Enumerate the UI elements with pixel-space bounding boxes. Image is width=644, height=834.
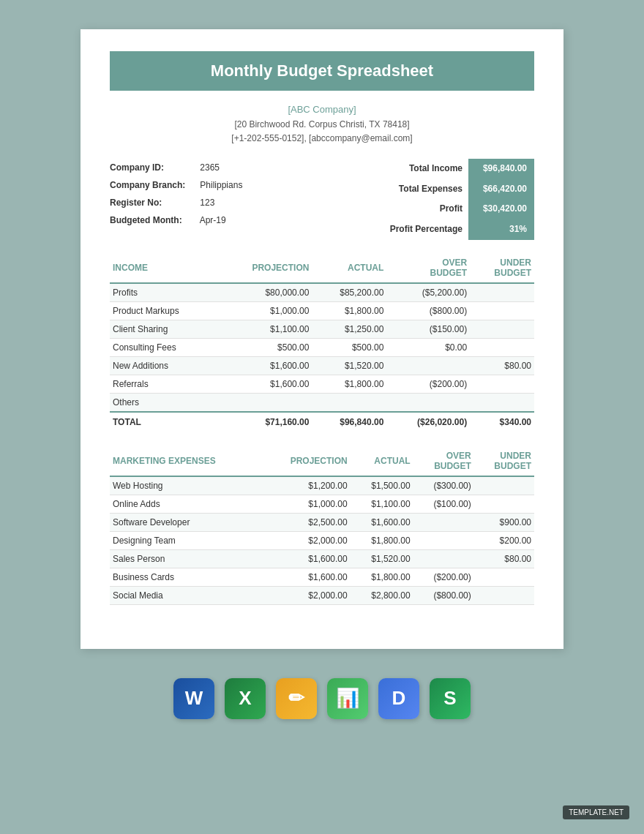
income-table: INCOME PROJECTION ACTUAL OVERBUDGET UNDE… — [110, 253, 534, 432]
table-row: Sales Person $1,600.00 $1,520.00 $80.00 — [110, 549, 534, 568]
income-col-name: INCOME — [110, 253, 218, 283]
expenses-table: MARKETING EXPENSES PROJECTION ACTUAL OVE… — [110, 446, 534, 605]
table-row: Software Developer $2,500.00 $1,600.00 $… — [110, 513, 534, 531]
income-col-over: OVERBUDGET — [386, 253, 470, 283]
income-col-projection: PROJECTION — [218, 253, 312, 283]
income-col-actual: ACTUAL — [312, 253, 386, 283]
app-pages-icon[interactable]: ✏ — [276, 678, 317, 719]
meta-field: Register No: 123 — [110, 194, 242, 211]
app-docs-icon[interactable]: D — [378, 678, 419, 719]
table-row: Product Markups $1,000.00 $1,800.00 ($80… — [110, 301, 534, 320]
company-name: [ABC Company] — [110, 102, 534, 118]
app-numbers-icon[interactable]: 📊 — [327, 678, 368, 719]
meta-field: Budgeted Month: Apr-19 — [110, 211, 242, 229]
total-row: TOTAL $71,160.00 $96,840.00 ($26,020.00)… — [110, 412, 534, 432]
document-title: Monthly Budget Spreadsheet — [110, 51, 534, 91]
table-row: Referrals $1,600.00 $1,800.00 ($200.00) — [110, 375, 534, 393]
app-excel-icon[interactable]: X — [225, 678, 266, 719]
table-row: Consulting Fees $500.00 $500.00 $0.00 — [110, 338, 534, 356]
income-col-under: UNDERBUDGET — [470, 253, 534, 283]
expenses-col-name: MARKETING EXPENSES — [110, 446, 262, 476]
summary-row: Total Income$96,840.00 — [387, 159, 534, 179]
apps-bar: WX✏📊DS — [173, 678, 471, 719]
table-row: New Additions $1,600.00 $1,520.00 $80.00 — [110, 356, 534, 375]
document-paper: Monthly Budget Spreadsheet [ABC Company]… — [80, 29, 564, 649]
company-contact: [+1-202-555-0152], [abccompany@email.com… — [110, 132, 534, 146]
company-info: [ABC Company] [20 Birchwood Rd. Corpus C… — [110, 102, 534, 146]
expenses-col-projection: PROJECTION — [262, 446, 350, 476]
table-row: Designing Team $2,000.00 $1,800.00 $200.… — [110, 531, 534, 549]
table-row: Business Cards $1,600.00 $1,800.00 ($200… — [110, 568, 534, 586]
table-row: Online Adds $1,000.00 $1,100.00 ($100.00… — [110, 495, 534, 513]
summary-row: Profit$30,420.00 — [387, 199, 534, 219]
company-address: [20 Birchwood Rd. Corpus Christi, TX 784… — [110, 118, 534, 132]
meta-right: Total Income$96,840.00Total Expenses$66,… — [387, 159, 534, 239]
meta-section: Company ID: 2365Company Branch: Philippi… — [110, 159, 534, 239]
expenses-col-under: UNDERBUDGET — [474, 446, 534, 476]
template-badge: TEMPLATE.NET — [563, 805, 629, 819]
meta-left: Company ID: 2365Company Branch: Philippi… — [110, 159, 242, 239]
meta-field: Company Branch: Philippians — [110, 176, 242, 194]
summary-row: Total Expenses$66,420.00 — [387, 179, 534, 200]
summary-row: Profit Percentage31% — [387, 219, 534, 240]
table-row: Web Hosting $1,200.00 $1,500.00 ($300.00… — [110, 476, 534, 495]
app-word-icon[interactable]: W — [173, 678, 214, 719]
table-row: Others — [110, 393, 534, 412]
app-sheets-icon[interactable]: S — [430, 678, 471, 719]
table-row: Client Sharing $1,100.00 $1,250.00 ($150… — [110, 320, 534, 338]
expenses-col-actual: ACTUAL — [351, 446, 413, 476]
table-row: Profits $80,000.00 $85,200.00 ($5,200.00… — [110, 283, 534, 302]
meta-field: Company ID: 2365 — [110, 159, 242, 176]
expenses-col-over: OVERBUDGET — [413, 446, 474, 476]
table-row: Social Media $2,000.00 $2,800.00 ($800.0… — [110, 586, 534, 604]
